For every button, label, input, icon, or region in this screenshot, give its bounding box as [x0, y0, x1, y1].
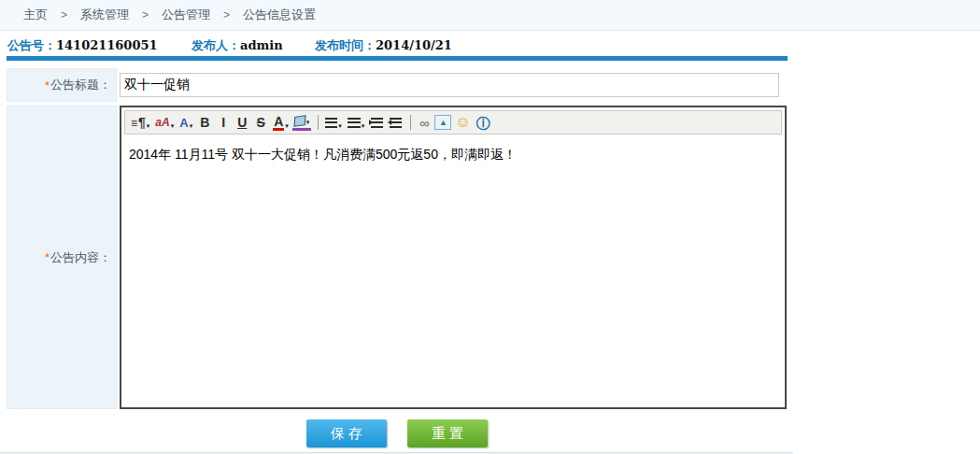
page-container: 公告号：141021160051发布人：admin发布时间：2014/10/21…	[0, 37, 793, 454]
title-input[interactable]	[120, 73, 779, 97]
accent-divider	[7, 56, 788, 61]
reset-button[interactable]: 重 置	[407, 419, 488, 447]
content-label: * 公告内容：	[7, 106, 117, 409]
title-row: * 公告标题：	[7, 68, 788, 102]
info-notice-id-label: 公告号：	[7, 38, 56, 52]
dropdown-arrow-icon: ▾	[338, 122, 342, 132]
save-button[interactable]: 保 存	[306, 419, 387, 447]
indent-icon[interactable]	[368, 113, 385, 132]
editor-content[interactable]: 2014年 11月11号 双十一大促销！凡消费满500元返50，即满即返！	[121, 137, 785, 407]
toolbar-separator	[410, 115, 411, 130]
list-icon[interactable]: ▾	[346, 113, 367, 132]
font-color-icon[interactable]: A▾	[271, 113, 291, 132]
italic-icon[interactable]: I	[215, 113, 232, 132]
announcement-form: * 公告标题： * 公告内容： ¶▾aA▾A▾BIUSA▾▾▾▾∞▲☺ⓘ 201…	[7, 68, 788, 409]
outdent-icon[interactable]	[387, 113, 404, 132]
content-row: * 公告内容： ¶▾aA▾A▾BIUSA▾▾▾▾∞▲☺ⓘ 2014年 11月11…	[7, 106, 788, 409]
bold-icon[interactable]: B	[196, 113, 213, 132]
breadcrumb: 主页>系统管理>公告管理>公告信息设置	[0, 0, 980, 31]
dropdown-arrow-icon: ▾	[306, 119, 310, 128]
info-publish-time: 发布时间：2014/10/21	[315, 37, 452, 54]
emoticon-icon[interactable]: ☺	[453, 113, 472, 132]
info-bar: 公告号：141021160051发布人：admin发布时间：2014/10/21	[7, 37, 788, 54]
toolbar-separator	[318, 115, 319, 130]
content-label-text: 公告内容：	[50, 249, 111, 266]
dropdown-arrow-icon: ▾	[147, 122, 150, 132]
breadcrumb-item-1[interactable]: 主页	[23, 7, 48, 23]
dropdown-arrow-icon: ▾	[171, 122, 175, 132]
dropdown-arrow-icon: ▾	[362, 122, 365, 132]
info-publisher-label: 发布人：	[192, 38, 240, 52]
dropdown-arrow-icon: ▾	[190, 122, 193, 132]
alignment-icon[interactable]: ▾	[323, 113, 344, 132]
link-icon[interactable]: ∞	[416, 113, 433, 132]
rich-text-editor: ¶▾aA▾A▾BIUSA▾▾▾▾∞▲☺ⓘ 2014年 11月11号 双十一大促销…	[120, 106, 787, 409]
about-icon[interactable]: ⓘ	[475, 113, 492, 132]
button-row: 保 存 重 置	[7, 413, 788, 452]
required-asterisk: *	[45, 78, 50, 92]
font-size-icon[interactable]: A▾	[178, 113, 194, 132]
info-publish-time-label: 发布时间：	[315, 38, 376, 52]
breadcrumb-item-2[interactable]: 系统管理	[80, 7, 129, 23]
info-publisher: 发布人：admin	[192, 37, 315, 54]
info-notice-id: 公告号：141021160051	[7, 37, 192, 54]
breadcrumb-separator: >	[61, 8, 67, 21]
info-notice-id-value: 141021160051	[56, 38, 158, 52]
background-color-icon[interactable]: ▾	[292, 115, 312, 131]
breadcrumb-separator: >	[223, 8, 230, 21]
image-icon[interactable]: ▲	[434, 115, 451, 130]
breadcrumb-separator: >	[142, 8, 149, 21]
required-asterisk: *	[45, 250, 50, 264]
underline-icon[interactable]: U	[234, 113, 250, 132]
info-publish-time-value: 2014/10/21	[376, 38, 452, 52]
font-family-icon[interactable]: aA▾	[153, 113, 176, 132]
breadcrumb-item-4: 公告信息设置	[243, 7, 316, 23]
info-publisher-value: admin	[240, 38, 283, 52]
title-label: * 公告标题：	[7, 68, 117, 102]
paragraph-format-icon[interactable]: ¶▾	[129, 113, 151, 132]
dropdown-arrow-icon: ▾	[285, 122, 289, 132]
title-label-text: 公告标题：	[50, 77, 111, 93]
breadcrumb-item-3[interactable]: 公告管理	[162, 7, 210, 23]
editor-toolbar: ¶▾aA▾A▾BIUSA▾▾▾▾∞▲☺ⓘ	[124, 110, 782, 135]
strikethrough-icon[interactable]: S	[252, 113, 269, 132]
